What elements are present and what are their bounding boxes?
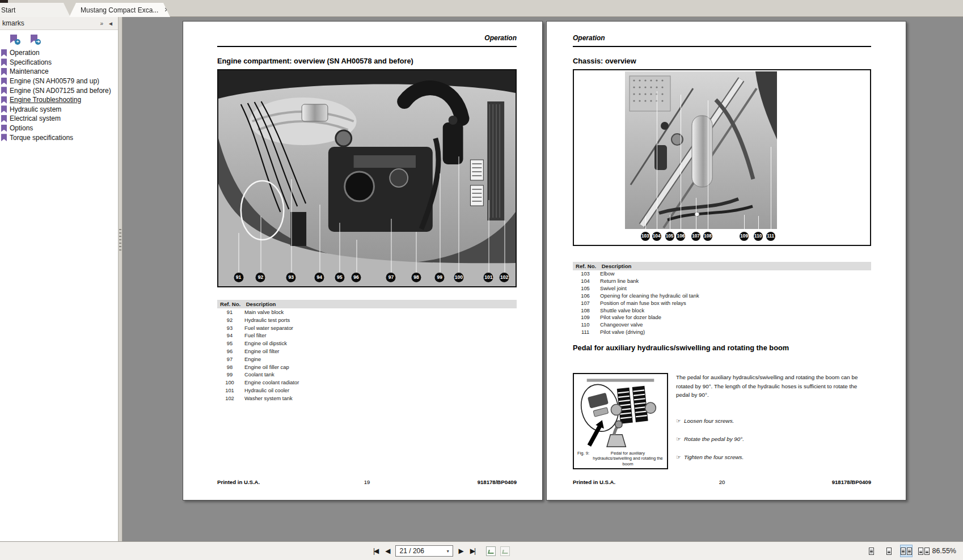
pointing-hand-icon: ☞ [676,436,681,442]
bookmark-icon [1,105,7,113]
step-item: ☞ Tighten the four screws. [676,454,871,460]
callout-108: 108 [703,232,712,241]
tab-bar: Start Mustang Compact Exca... ✕ [0,0,963,17]
page-title: Chassis: overview [573,57,871,65]
first-page-button[interactable]: |◀ [371,546,379,556]
callout-99: 99 [435,273,445,282]
table-row: 104Return line bank [573,278,871,285]
bookmark-item-specifications[interactable]: Specifications [1,58,118,67]
running-header: Operation [573,22,871,47]
bookmark-icon [1,68,7,75]
next-page-button[interactable]: ▶ [457,546,464,556]
table-row: 108Shuttle valve block [573,307,871,315]
bookmarks-list: Operation Specifications Maintenance Eng… [0,47,118,142]
page-number-combo[interactable]: ▼ [395,545,453,557]
single-page-view-icon[interactable] [865,545,877,557]
bookmarks-toolbar: + ➔ [0,30,118,47]
ref-table-engine: Ref. No. Description 91Main valve block … [217,300,517,402]
callout-97: 97 [386,273,396,282]
next-view-icon[interactable] [500,546,510,556]
table-row: 92Hydraulic test ports [217,316,517,324]
expand-bookmarks-icon[interactable]: » [98,20,106,27]
view-history [486,546,510,556]
callout-100: 100 [454,273,463,282]
page-layout-buttons [865,542,930,560]
tab-close-icon[interactable]: ✕ [164,7,169,13]
chassis-photo-area [625,71,777,229]
previous-view-icon[interactable] [486,546,496,556]
facing-continuous-view-icon[interactable] [918,545,930,557]
bookmark-item-engine-ah00579[interactable]: Engine (SN AH00579 and up) [1,77,118,86]
table-row: 110Changeover valve [573,321,871,329]
callout-102: 102 [500,273,509,282]
pointing-hand-icon: ☞ [676,418,681,424]
table-row: 109Pilot valve for dozer blade [573,314,871,321]
table-row: 96Engine oil filter [217,347,517,355]
zoom-level[interactable]: 86.55% [932,542,956,560]
chassis-photo-art [625,71,777,229]
last-page-button[interactable]: ▶| [468,546,476,556]
continuous-view-icon[interactable] [882,545,895,557]
facing-view-icon[interactable] [900,545,913,557]
tab-document[interactable]: Mustang Compact Exca... ✕ [69,3,170,17]
bookmarks-panel-title: kmarks [2,19,98,27]
plus-icon: + [15,39,20,45]
pdf-page-20: Operation Chassis: overview [546,21,906,500]
bookmarks-panel-header: kmarks » ◄ [0,17,118,30]
bookmark-icon [1,115,7,122]
collapse-panel-icon[interactable]: ◄ [105,20,116,27]
panel-splitter[interactable] [119,17,123,541]
tab-document-label: Mustang Compact Exca... [81,6,158,14]
bookmark-item-hydraulic-system[interactable]: Hydraulic system [1,105,118,114]
bookmark-icon [1,78,7,85]
page-number-input[interactable] [396,547,444,555]
callout-107: 107 [691,232,700,241]
splitter-grip-handle[interactable] [119,227,121,253]
tab-start-label: Start [1,6,15,14]
table-row: 100Engine coolant radiator [217,379,517,387]
footer-printed: Printed in U.S.A. [573,479,615,485]
status-bar: |◀ ◀ ▼ ▶ ▶| 86.55% [0,541,963,560]
previous-page-button[interactable]: ◀ [383,546,391,556]
bookmark-item-engine-troubleshooting[interactable]: Engine Troubleshooting [1,95,118,105]
bookmark-item-maintenance[interactable]: Maintenance [1,67,118,77]
callout-96: 96 [352,273,361,282]
table-row: 95Engine oil dipstick [217,340,517,347]
tab-start[interactable]: Start [0,3,70,17]
callout-101: 101 [484,273,493,282]
goto-bookmark-button[interactable]: ➔ [31,35,39,44]
callout-103: 103 [641,232,650,241]
bookmarks-panel: kmarks » ◄ + ➔ Operation Specifications … [0,17,119,541]
callout-106: 106 [676,232,685,241]
add-bookmark-button[interactable]: + [10,35,18,44]
bookmark-item-engine-ad07125[interactable]: Engine (SN AD07125 and before) [1,86,118,95]
page-footer: Printed in U.S.A. 20 918178/BP0409 [547,479,906,485]
table-row: 94Fuel filter [217,332,517,340]
footer-doc-number: 918178/BP0409 [478,479,517,485]
bookmark-icon [1,134,7,141]
footer-page-number: 20 [573,479,871,485]
bookmark-icon [1,58,7,66]
document-canvas[interactable]: Operation Engine compartment: overview (… [123,17,963,541]
table-row: 93Fuel water separator [217,324,517,332]
pedal-steps: ☞ Loosen four screws. ☞ Rotate the pedal… [676,418,871,460]
step-item: ☞ Loosen four screws. [676,418,871,424]
callout-110: 110 [754,232,763,241]
engine-compartment-photo: 91 92 93 94 95 96 97 98 99 100 101 102 [217,69,517,287]
bookmark-item-operation[interactable]: Operation [1,48,118,58]
callout-98: 98 [411,273,421,282]
pdf-page-19: Operation Engine compartment: overview (… [183,21,543,500]
arrow-icon: ➔ [35,39,41,45]
figure-9: Fig. 9: Pedal for auxiliary hydraulics/s… [573,373,668,469]
callout-95: 95 [335,273,344,282]
bookmark-item-options[interactable]: Options [1,124,118,133]
pedal-drawing [576,376,665,449]
bookmark-item-torque-specifications[interactable]: Torque specifications [1,133,118,142]
step-item: ☞ Rotate the pedal by 90°. [676,436,871,442]
bookmark-item-electrical-system[interactable]: Electrical system [1,114,118,124]
callout-111: 111 [766,232,775,241]
bookmark-icon [1,87,7,94]
chevron-down-icon[interactable]: ▼ [444,549,453,553]
footer-printed: Printed in U.S.A. [217,479,260,485]
callout-105: 105 [665,232,674,241]
